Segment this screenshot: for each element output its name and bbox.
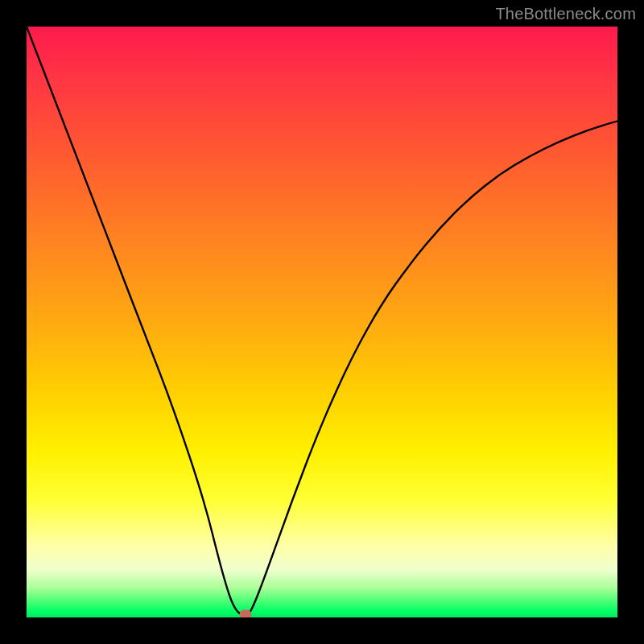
optimal-point-marker bbox=[239, 610, 251, 617]
chart-frame: TheBottleneck.com bbox=[0, 0, 644, 644]
watermark-text: TheBottleneck.com bbox=[495, 5, 636, 23]
plot-area bbox=[27, 27, 617, 617]
bottleneck-curve bbox=[27, 27, 617, 617]
